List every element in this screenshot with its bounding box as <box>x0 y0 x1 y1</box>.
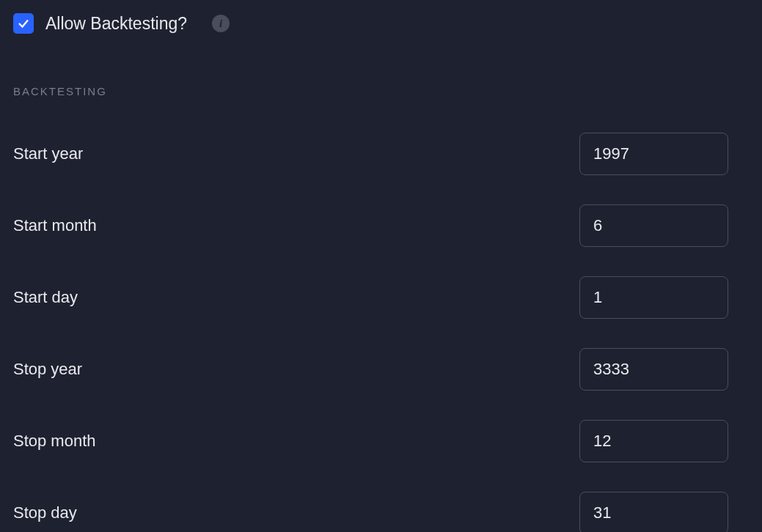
start-month-row: Start month <box>13 204 749 247</box>
allow-backtesting-row: Allow Backtesting? i <box>13 13 749 34</box>
start-year-row: Start year <box>13 133 749 175</box>
allow-backtesting-checkbox[interactable] <box>13 13 34 34</box>
start-month-input[interactable] <box>579 204 728 247</box>
start-year-label: Start year <box>13 144 83 163</box>
start-day-input[interactable] <box>579 276 728 319</box>
start-day-label: Start day <box>13 288 78 307</box>
stop-month-label: Stop month <box>13 432 96 451</box>
stop-month-row: Stop month <box>13 420 749 462</box>
stop-day-row: Stop day <box>13 492 749 532</box>
section-title-backtesting: BACKTESTING <box>13 85 749 97</box>
check-icon <box>17 17 30 30</box>
stop-year-row: Stop year <box>13 348 749 391</box>
stop-day-input[interactable] <box>579 492 728 532</box>
start-month-label: Start month <box>13 216 97 235</box>
stop-month-input[interactable] <box>579 420 728 462</box>
stop-year-input[interactable] <box>579 348 728 391</box>
allow-backtesting-label: Allow Backtesting? <box>45 14 187 34</box>
stop-year-label: Stop year <box>13 360 82 379</box>
stop-day-label: Stop day <box>13 503 77 522</box>
info-icon[interactable]: i <box>212 15 230 32</box>
start-day-row: Start day <box>13 276 749 319</box>
start-year-input[interactable] <box>579 133 728 175</box>
